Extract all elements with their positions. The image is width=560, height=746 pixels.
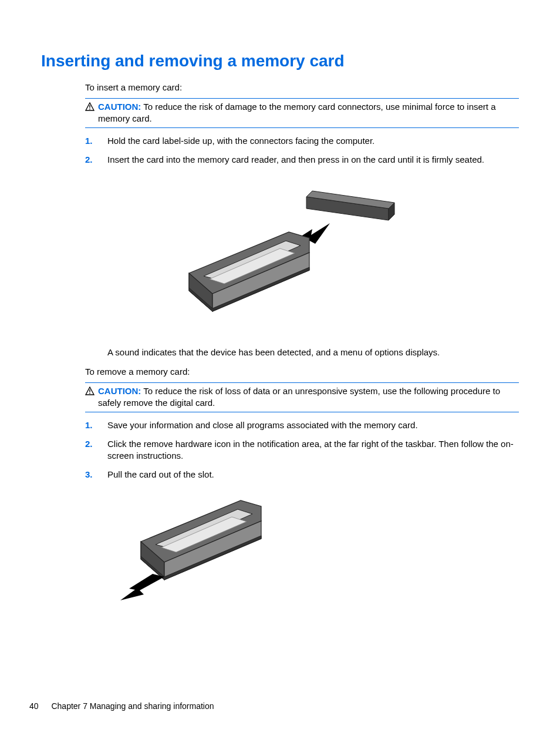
page-footer: 40 Chapter 7 Managing and sharing inform… [29, 701, 214, 711]
caution-remove-text: CAUTION: To reduce the risk of loss of d… [98, 385, 519, 409]
step-number: 3. [85, 469, 96, 480]
chapter-label: Chapter 7 Managing and sharing informati… [51, 701, 214, 711]
warning-icon [85, 102, 95, 113]
svg-point-1 [89, 109, 90, 110]
list-item: 3. Pull the card out of the slot. [85, 469, 519, 480]
step-text: Insert the card into the memory card rea… [107, 154, 484, 166]
step-number: 2. [85, 154, 96, 166]
caution-body: To reduce the risk of loss of data or an… [98, 386, 500, 408]
list-item: 2. Insert the card into the memory card … [85, 154, 519, 166]
step-text: Pull the card out of the slot. [107, 469, 214, 480]
list-item: 1. Save your information and close all p… [85, 419, 519, 431]
caution-insert-text: CAUTION: To reduce the risk of damage to… [98, 101, 519, 125]
steps-insert: 1. Hold the card label-side up, with the… [85, 135, 519, 166]
steps-remove: 1. Save your information and close all p… [85, 419, 519, 481]
caution-remove: CAUTION: To reduce the risk of loss of d… [85, 382, 519, 412]
intro-remove: To remove a memory card: [85, 367, 519, 377]
svg-point-3 [89, 393, 90, 394]
warning-icon [85, 387, 95, 397]
list-item: 1. Hold the card label-side up, with the… [85, 135, 519, 147]
step-text: Click the remove hardware icon in the no… [107, 438, 519, 462]
step-number: 1. [85, 135, 96, 147]
figure-remove-card [112, 492, 519, 611]
intro-insert: To insert a memory card: [85, 82, 519, 92]
caution-body: To reduce the risk of damage to the memo… [98, 102, 496, 123]
page-heading: Inserting and removing a memory card [41, 52, 519, 70]
step-text: Hold the card label-side up, with the co… [107, 135, 375, 147]
page-number: 40 [29, 701, 39, 711]
caution-insert: CAUTION: To reduce the risk of damage to… [85, 98, 519, 128]
post-step-insert: A sound indicates that the device has be… [107, 347, 519, 357]
step-text: Save your information and close all prog… [107, 419, 418, 431]
caution-label: CAUTION: [98, 386, 141, 396]
step-number: 1. [85, 419, 96, 431]
step-number: 2. [85, 438, 96, 462]
figure-insert-card [41, 176, 519, 337]
caution-label: CAUTION: [98, 102, 141, 112]
list-item: 2. Click the remove hardware icon in the… [85, 438, 519, 462]
